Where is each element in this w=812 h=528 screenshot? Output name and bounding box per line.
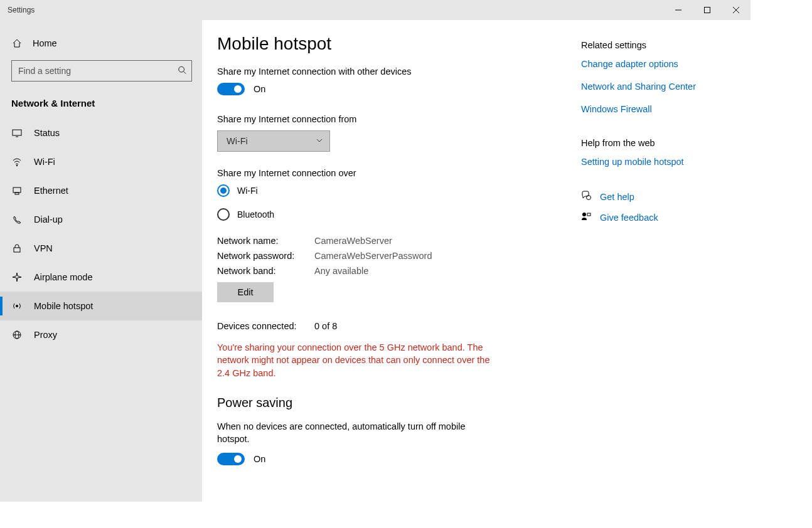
svg-rect-6 — [13, 130, 21, 135]
share-toggle-state: On — [254, 84, 265, 94]
vpn-icon — [11, 243, 23, 254]
maximize-button[interactable] — [693, 0, 722, 20]
home-icon — [11, 38, 23, 49]
sidebar-item-airplane[interactable]: Airplane mode — [0, 263, 202, 292]
link-get-help[interactable]: Get help — [600, 192, 634, 202]
network-name-label: Network name: — [217, 236, 314, 246]
power-saving-description: When no devices are connected, automatic… — [217, 420, 499, 446]
radio-wifi-label: Wi-Fi — [237, 186, 258, 196]
svg-rect-18 — [587, 213, 590, 216]
page-title: Mobile hotspot — [217, 34, 556, 54]
search-input[interactable] — [12, 61, 191, 81]
share-toggle-row: On — [217, 83, 556, 95]
sidebar-item-vpn[interactable]: VPN — [0, 234, 202, 263]
devices-connected-label: Devices connected: — [217, 321, 314, 331]
share-over-radio-group: Wi-Fi Bluetooth — [217, 184, 556, 221]
sidebar-item-label: Dial-up — [34, 214, 63, 224]
link-give-feedback[interactable]: Give feedback — [600, 213, 658, 223]
airplane-icon — [11, 272, 23, 283]
sidebar-item-mobile-hotspot[interactable]: Mobile hotspot — [0, 292, 202, 320]
sidebar-item-ethernet[interactable]: Ethernet — [0, 176, 202, 205]
settings-window: Settings Home — [0, 0, 751, 502]
network-info: Network name: CameraWebServer Network pa… — [217, 236, 556, 276]
close-button[interactable] — [722, 0, 751, 20]
network-name-value: CameraWebServer — [314, 236, 556, 246]
devices-connected-value: 0 of 8 — [314, 321, 556, 331]
share-from-value: Wi-Fi — [227, 136, 248, 146]
hotspot-icon — [11, 300, 23, 312]
share-over-label: Share my Internet connection over — [217, 168, 556, 178]
dialup-icon — [11, 214, 23, 225]
power-saving-state: On — [254, 454, 265, 464]
proxy-icon — [11, 329, 23, 341]
radio-bt-circle — [217, 208, 230, 221]
edit-button[interactable]: Edit — [217, 282, 274, 302]
sidebar-item-label: VPN — [34, 243, 53, 253]
network-band-value: Any available — [314, 266, 556, 276]
minimize-button[interactable] — [664, 0, 693, 20]
radio-bt-label: Bluetooth — [237, 209, 274, 219]
sidebar-item-wifi[interactable]: Wi-Fi — [0, 147, 202, 176]
sidebar-item-status[interactable]: Status — [0, 119, 202, 147]
sidebar-item-label: Status — [34, 128, 60, 138]
share-connection-toggle[interactable] — [217, 83, 245, 95]
main-area: Mobile hotspot Share my Internet connect… — [202, 20, 751, 502]
svg-point-8 — [16, 165, 18, 166]
share-from-label: Share my Internet connection from — [217, 114, 556, 124]
svg-rect-10 — [15, 193, 19, 194]
wifi-icon — [11, 156, 23, 167]
power-saving-heading: Power saving — [217, 396, 556, 410]
search-icon — [178, 66, 186, 77]
window-controls — [664, 0, 751, 20]
sidebar-item-label: Airplane mode — [34, 272, 93, 282]
link-network-sharing-center[interactable]: Network and Sharing Center — [581, 82, 744, 92]
status-icon — [11, 127, 23, 139]
search-wrap — [0, 55, 202, 90]
radio-wifi[interactable]: Wi-Fi — [217, 184, 556, 197]
network-band-label: Network band: — [217, 266, 314, 276]
help-from-web-heading: Help from the web — [581, 138, 744, 148]
related-settings-section: Related settings Change adapter options … — [581, 40, 744, 114]
home-label: Home — [33, 38, 57, 48]
power-saving-toggle-row: On — [217, 453, 556, 465]
body: Home Network & Internet Status — [0, 20, 751, 502]
sidebar-section-title: Network & Internet — [0, 90, 202, 119]
search-box[interactable] — [11, 60, 192, 82]
sidebar-item-label: Ethernet — [34, 186, 68, 196]
sidebar-item-proxy[interactable]: Proxy — [0, 320, 202, 349]
help-from-web-section: Help from the web Setting up mobile hots… — [581, 138, 744, 167]
right-column: Related settings Change adapter options … — [581, 34, 744, 502]
window-title: Settings — [8, 6, 35, 14]
svg-point-17 — [582, 213, 586, 216]
devices-connected-row: Devices connected: 0 of 8 — [217, 321, 556, 331]
link-setting-up-hotspot[interactable]: Setting up mobile hotspot — [581, 157, 744, 167]
power-saving-toggle[interactable] — [217, 453, 245, 465]
sidebar: Home Network & Internet Status — [0, 20, 202, 502]
svg-rect-11 — [14, 248, 20, 252]
share-connection-label: Share my Internet connection with other … — [217, 66, 556, 77]
radio-bluetooth[interactable]: Bluetooth — [217, 208, 556, 221]
link-windows-firewall[interactable]: Windows Firewall — [581, 104, 744, 114]
link-change-adapter[interactable]: Change adapter options — [581, 59, 744, 69]
svg-point-12 — [16, 305, 18, 307]
give-feedback-row[interactable]: Give feedback — [581, 211, 744, 223]
svg-rect-9 — [13, 187, 21, 193]
sidebar-item-label: Mobile hotspot — [34, 301, 93, 311]
sidebar-item-label: Wi-Fi — [34, 157, 55, 167]
sidebar-nav: Status Wi-Fi Ethernet — [0, 119, 202, 349]
network-password-value: CameraWebServerPassword — [314, 251, 556, 261]
network-password-label: Network password: — [217, 251, 314, 261]
sidebar-item-dialup[interactable]: Dial-up — [0, 205, 202, 234]
content-column: Mobile hotspot Share my Internet connect… — [217, 34, 556, 502]
get-help-row[interactable]: Get help — [581, 191, 744, 203]
chevron-down-icon — [316, 136, 323, 146]
get-help-icon — [581, 191, 591, 203]
home-button[interactable]: Home — [0, 31, 202, 55]
share-from-dropdown[interactable]: Wi-Fi — [217, 130, 330, 152]
radio-wifi-circle — [217, 184, 230, 197]
svg-rect-1 — [705, 8, 710, 13]
related-settings-heading: Related settings — [581, 40, 744, 50]
feedback-icon — [581, 211, 591, 223]
band-warning: You're sharing your connection over the … — [217, 341, 499, 379]
svg-line-5 — [184, 71, 186, 74]
